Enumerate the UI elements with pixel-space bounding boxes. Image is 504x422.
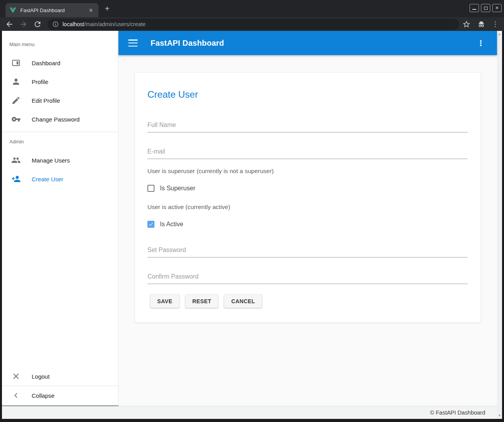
sidebar-item-label: Profile [32, 79, 48, 85]
url-path: /main/admin/users/create [84, 21, 145, 27]
window-controls: ✕ [470, 4, 502, 12]
person-add-icon [11, 174, 21, 184]
pencil-icon [11, 96, 21, 105]
is-active-checkbox[interactable] [147, 221, 154, 228]
sidebar-item-label: Dashboard [32, 60, 60, 66]
input-underline [147, 132, 468, 132]
minimize-icon [472, 9, 476, 10]
sidebar-item-dashboard[interactable]: Dashboard [2, 54, 118, 72]
bookmark-button[interactable] [462, 20, 471, 29]
chevron-left-icon [11, 391, 21, 400]
forward-button[interactable] [19, 20, 28, 29]
app-title: FastAPI Dashboard [151, 39, 224, 48]
cancel-button[interactable]: CANCEL [224, 294, 262, 308]
sidebar-item-manage-users[interactable]: Manage Users [2, 151, 118, 170]
site-info-icon[interactable] [52, 21, 59, 27]
url-bar[interactable]: localhost/main/admin/users/create [48, 19, 459, 30]
checkbox-label: Is Active [160, 221, 183, 228]
full-name-field[interactable]: Full Name [147, 122, 468, 129]
minimize-button[interactable] [470, 4, 479, 12]
forward-arrow-icon [19, 20, 28, 29]
scroll-up-icon[interactable]: ▲ [497, 32, 502, 36]
email-placeholder: E-mail [147, 148, 468, 155]
sidebar-item-label: Change Password [32, 116, 80, 123]
dashboard-icon [11, 58, 21, 68]
sidebar-item-profile[interactable]: Profile [2, 72, 118, 91]
confirm-password-field[interactable]: Confirm Password [147, 273, 468, 280]
sidebar-item-edit-profile[interactable]: Edit Profile [2, 91, 118, 110]
page-scrollbar[interactable]: ▲ ▼ [497, 31, 502, 419]
create-user-card: Create User Full Name E-mail User is sup… [135, 72, 481, 323]
star-icon [462, 20, 471, 29]
sidebar-divider [2, 132, 118, 132]
superuser-hint: User is superuser (currently is not a su… [147, 168, 274, 175]
input-underline [147, 284, 468, 284]
sidebar-item-label: Manage Users [32, 157, 70, 164]
save-button[interactable]: SAVE [150, 294, 179, 308]
active-hint: User is active (currently active) [147, 204, 230, 211]
check-icon [148, 222, 154, 227]
full-name-placeholder: Full Name [147, 122, 468, 129]
is-superuser-checkbox[interactable] [147, 185, 154, 192]
browser-menu-button[interactable]: ⋮ [492, 20, 497, 29]
copyright-text: © FastAPI Dashboard [430, 409, 485, 416]
back-arrow-icon [5, 20, 14, 29]
is-active-checkbox-row[interactable]: Is Active [147, 221, 183, 228]
incognito-icon [477, 20, 486, 29]
people-icon [11, 156, 21, 165]
input-underline [147, 257, 468, 257]
maximize-icon [484, 7, 488, 10]
form-actions: SAVE RESET CANCEL [150, 294, 262, 308]
is-superuser-checkbox-row[interactable]: Is Superuser [147, 185, 196, 192]
sidebar-item-create-user[interactable]: Create User [2, 170, 118, 188]
app-overflow-menu-button[interactable]: ⋮ [477, 39, 484, 48]
sidebar-item-label: Create User [32, 176, 63, 182]
reload-icon [33, 20, 42, 29]
email-field[interactable]: E-mail [147, 148, 468, 155]
hamburger-icon [128, 39, 138, 41]
sidebar-item-logout[interactable]: Logout [2, 367, 118, 386]
maximize-button[interactable] [481, 4, 490, 12]
browser-window: FastAPI Dashboard ✕ + ✕ localhost/main/a… [0, 0, 504, 422]
tab-close-icon[interactable]: ✕ [87, 7, 95, 14]
toolbar-right: ⋮ [462, 20, 497, 29]
sidebar-section-admin: Admin [9, 139, 24, 145]
back-button[interactable] [5, 20, 14, 29]
vue-logo-icon [9, 7, 16, 14]
sidebar-item-label: Collapse [32, 392, 54, 399]
browser-toolbar: localhost/main/admin/users/create ⋮ [0, 17, 504, 31]
sidebar-item-change-password[interactable]: Change Password [2, 110, 118, 129]
sidebar-item-label: Edit Profile [32, 97, 60, 104]
url-host: localhost [63, 21, 84, 27]
input-underline [147, 159, 468, 159]
close-icon [11, 372, 21, 381]
browser-tab[interactable]: FastAPI Dashboard ✕ [5, 3, 99, 17]
reload-button[interactable] [33, 20, 42, 29]
sidebar-item-label: Logout [32, 373, 50, 380]
reset-button[interactable]: RESET [185, 294, 219, 308]
app-bar: FastAPI Dashboard ⋮ [118, 31, 497, 55]
set-password-placeholder: Set Password [147, 247, 468, 254]
page-footer: © FastAPI Dashboard [2, 406, 497, 419]
person-icon [11, 77, 21, 86]
key-icon [11, 114, 21, 124]
sidebar: Main menu Dashboard Profile Edit Profile… [2, 31, 118, 406]
tab-strip: FastAPI Dashboard ✕ + ✕ [0, 0, 504, 17]
checkbox-label: Is Superuser [160, 185, 196, 192]
confirm-password-placeholder: Confirm Password [147, 273, 468, 280]
sidebar-item-collapse[interactable]: Collapse [2, 386, 118, 405]
scroll-down-icon[interactable]: ▼ [497, 414, 502, 417]
close-window-button[interactable]: ✕ [492, 4, 502, 12]
page-title: Create User [147, 89, 198, 100]
set-password-field[interactable]: Set Password [147, 247, 468, 254]
hamburger-menu-button[interactable] [128, 39, 138, 46]
new-tab-button[interactable]: + [102, 5, 112, 13]
tab-title: FastAPI Dashboard [20, 7, 87, 13]
sidebar-section-main-menu: Main menu [9, 41, 34, 47]
